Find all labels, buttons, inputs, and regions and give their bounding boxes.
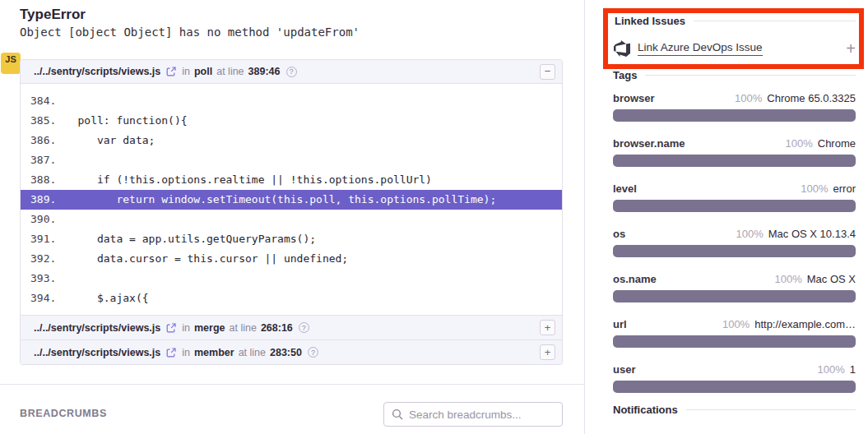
tag-value[interactable]: error <box>833 182 856 195</box>
line-number: 385. <box>21 111 58 131</box>
question-circle-icon[interactable]: ? <box>286 67 297 77</box>
tag-key: url <box>613 318 627 330</box>
frame-at-label: at line <box>239 347 266 358</box>
tag-key: os <box>613 228 625 240</box>
frame-in-label: in <box>182 347 190 358</box>
error-title: TypeError <box>20 7 86 23</box>
code-line: 389. return window.setTimeout(this.poll,… <box>21 190 562 210</box>
tag-percent: 100% <box>801 182 828 195</box>
frame-lineno: 283:50 <box>270 347 302 358</box>
code-line: 392. data.cursor = this.cursor || undefi… <box>21 249 562 269</box>
line-number: 389. <box>21 190 58 210</box>
tag-row: browser.name 100%Chrome <box>613 137 856 167</box>
frame-lineno: 389:46 <box>248 66 281 77</box>
tag-percent: 100% <box>818 363 845 376</box>
frame-in-label: in <box>182 322 190 334</box>
code-line: 390. <box>21 210 562 229</box>
code-text: return window.setTimeout(this.poll, this… <box>58 193 496 205</box>
azure-devops-icon <box>614 40 630 57</box>
search-icon <box>392 409 403 420</box>
tag-value[interactable]: Mac OS X <box>807 273 856 285</box>
code-line: 386. var data; <box>21 131 562 150</box>
line-number: 386. <box>21 131 58 150</box>
tag-key: os.name <box>613 273 657 285</box>
external-link-icon[interactable] <box>166 67 176 76</box>
code-text: $.ajax({ <box>58 292 149 304</box>
code-line: 388. if (!this.options.realtime || !this… <box>21 170 562 190</box>
question-circle-icon[interactable]: ? <box>308 347 318 358</box>
tags-heading-label: Tags <box>613 69 637 81</box>
tag-key: browser.name <box>613 137 685 150</box>
tag-distribution-bar[interactable] <box>613 109 856 122</box>
code-line: 384. <box>21 91 562 111</box>
heading-rule <box>686 409 856 410</box>
code-block: 384.385. poll: function(){386. var data;… <box>21 84 562 315</box>
collapsed-stack-frame[interactable]: ../../sentry/scripts/views.js in merge a… <box>21 315 562 339</box>
tag-percent: 100% <box>775 273 802 285</box>
linked-issues-row: Link Azure DevOps Issue + <box>614 38 856 59</box>
frame-lineno: 268:16 <box>261 322 293 334</box>
tag-key: browser <box>613 92 655 104</box>
line-number: 393. <box>21 269 58 289</box>
tag-value[interactable]: 1 <box>850 363 856 376</box>
line-number: 390. <box>21 210 58 229</box>
breadcrumbs-heading: BREADCRUMBS <box>20 408 107 419</box>
tag-key: level <box>613 182 637 195</box>
frame-function: merge <box>194 322 225 334</box>
external-link-icon[interactable] <box>166 323 176 333</box>
line-number: 384. <box>21 91 58 111</box>
tag-distribution-bar[interactable] <box>613 335 856 348</box>
linked-issues-heading-label: Linked Issues <box>615 15 685 27</box>
code-line: 394. $.ajax({ <box>21 289 562 308</box>
code-text: data = app.utils.getQueryParams(); <box>58 233 316 245</box>
tag-distribution-bar[interactable] <box>613 200 856 212</box>
code-line: 385. poll: function(){ <box>21 111 562 131</box>
tag-distribution-bar[interactable] <box>613 245 856 257</box>
tag-row: os 100%Mac OS X 10.13.4 <box>613 228 856 257</box>
heading-rule <box>694 21 856 21</box>
add-linked-issue-button[interactable]: + <box>846 40 856 57</box>
tag-value[interactable]: Chrome <box>818 137 856 150</box>
stacktrace-panel: ../../sentry/scripts/views.js in poll at… <box>20 59 563 365</box>
frame-at-label: at line <box>230 322 257 334</box>
frame-at-label: at line <box>216 66 244 77</box>
question-circle-icon[interactable]: ? <box>299 322 309 333</box>
stack-frame-header[interactable]: ../../sentry/scripts/views.js in poll at… <box>21 60 562 84</box>
frame-filename: ../../sentry/scripts/views.js <box>34 66 160 77</box>
tags-heading: Tags <box>613 69 856 81</box>
frame-function: poll <box>194 66 212 77</box>
frame-filename: ../../sentry/scripts/views.js <box>34 347 160 358</box>
line-number: 392. <box>21 249 58 269</box>
tag-value[interactable]: http://example.com… <box>754 318 856 330</box>
expand-button[interactable]: + <box>540 344 555 360</box>
code-text: poll: function(){ <box>58 114 188 127</box>
link-azure-devops-issue-link[interactable]: Link Azure DevOps Issue <box>638 41 763 56</box>
linked-issues-heading: Linked Issues <box>615 15 856 27</box>
line-number: 388. <box>21 170 58 190</box>
tag-percent: 100% <box>722 318 750 330</box>
tag-value[interactable]: Chrome 65.0.3325 <box>767 92 856 104</box>
frame-in-label: in <box>182 66 190 77</box>
collapse-frame-button[interactable]: − <box>540 64 555 80</box>
line-number: 387. <box>21 150 58 170</box>
tag-distribution-bar[interactable] <box>613 290 856 302</box>
collapsed-frames: ../../sentry/scripts/views.js in merge a… <box>21 315 562 364</box>
tag-row: url 100%http://example.com… <box>613 318 856 348</box>
code-text: var data; <box>58 134 155 146</box>
expand-button[interactable]: + <box>540 320 555 335</box>
tag-percent: 100% <box>736 228 764 240</box>
tag-row: level 100%error <box>613 182 856 212</box>
line-number: 394. <box>21 289 58 308</box>
tag-distribution-bar[interactable] <box>613 155 856 167</box>
collapsed-stack-frame[interactable]: ../../sentry/scripts/views.js in member … <box>21 339 562 364</box>
breadcrumbs-search-input[interactable] <box>409 409 555 421</box>
tag-percent: 100% <box>735 92 762 104</box>
tag-distribution-bar[interactable] <box>613 381 856 393</box>
tag-row: os.name 100%Mac OS X <box>613 273 856 302</box>
frame-filename: ../../sentry/scripts/views.js <box>34 322 160 334</box>
heading-rule <box>645 75 856 76</box>
tag-key: user <box>613 363 635 376</box>
breadcrumbs-search[interactable] <box>383 402 563 427</box>
tag-value[interactable]: Mac OS X 10.13.4 <box>768 228 856 240</box>
external-link-icon[interactable] <box>166 348 176 358</box>
